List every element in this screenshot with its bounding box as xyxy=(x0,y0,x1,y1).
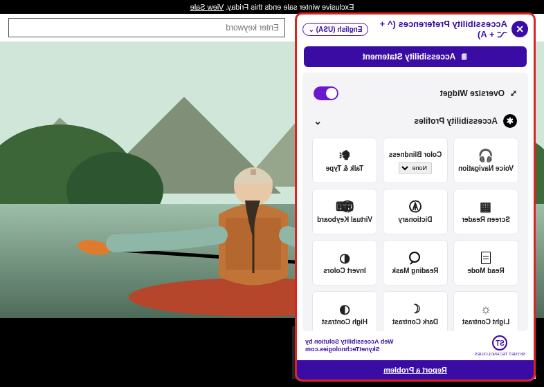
widget-footer-credit: ST SKYNET TECHNOLOGIES Web Accessibility… xyxy=(297,331,534,360)
language-selector[interactable]: English (USA) ⌄ xyxy=(302,23,368,36)
tile-label: Talk & Type xyxy=(326,165,364,172)
vendor-logo: ST SKYNET TECHNOLOGIES xyxy=(475,335,525,356)
color-blindness-select[interactable]: None xyxy=(399,162,432,174)
tile-label: Read Mode xyxy=(467,267,504,274)
talk-type-icon: 🗣 xyxy=(338,149,351,162)
tile-label: Screen Reader xyxy=(462,216,510,223)
tile-label: Invert Colors xyxy=(323,267,366,274)
accessibility-statement-button[interactable]: 🗎 Accessibility Statement xyxy=(304,46,527,67)
tile-dark-contrast[interactable]: ☾Dark Contrast xyxy=(383,291,448,331)
widget-body: ⤡ Oversize Widget ✱ Accessibility Profil… xyxy=(302,73,528,331)
tile-high-contrast[interactable]: ◑High Contrast xyxy=(312,291,377,331)
vendor-credit-text[interactable]: Web Accessibility Solution by SkynetTech… xyxy=(305,338,394,353)
oversize-widget-row: ⤡ Oversize Widget xyxy=(309,80,521,107)
tile-screen-reader[interactable]: ▦Screen Reader xyxy=(453,189,518,234)
virtual-keyboard-icon: ⌨ ⓘ xyxy=(336,200,354,213)
vendor-logo-sub: SKYNET TECHNOLOGIES xyxy=(475,352,525,356)
promo-banner: Exclusive winter sale ends this Friday. … xyxy=(0,0,544,14)
accessibility-icon: ✱ xyxy=(503,114,517,128)
tile-light-contrast[interactable]: ☼Light Contrast xyxy=(453,291,518,331)
oversize-toggle[interactable] xyxy=(314,86,338,100)
profiles-label: Accessibility Profiles xyxy=(414,116,498,126)
profiles-row[interactable]: ✱ Accessibility Profiles ⌄ xyxy=(309,107,521,135)
tile-label: Color Blindness xyxy=(389,151,442,158)
voice-navigation-icon: 🎧 xyxy=(478,149,493,162)
invert-colors-icon: ◐ xyxy=(339,252,350,264)
tile-color-blindness[interactable]: Color BlindnessNone xyxy=(383,138,448,183)
vendor-logo-mark: ST xyxy=(492,335,507,351)
feature-tile-grid: 🎧Voice NavigationColor BlindnessNone🗣Tal… xyxy=(309,135,521,331)
dictionary-icon: Ⓐ ⓘ xyxy=(409,200,421,213)
screen-reader-icon: ▦ xyxy=(480,200,492,213)
widget-header: ✕ Accessibility Preferences (^ + ⌥ + A) … xyxy=(297,15,534,44)
tile-label: High Contrast xyxy=(322,318,368,326)
accessibility-widget: ✕ Accessibility Preferences (^ + ⌥ + A) … xyxy=(295,12,536,382)
search-input[interactable] xyxy=(8,18,285,37)
high-contrast-icon: ◑ xyxy=(339,303,350,315)
reading-mask-icon xyxy=(409,252,421,264)
tile-talk-type[interactable]: 🗣Talk & Type xyxy=(312,138,377,183)
report-problem-link[interactable]: Report a Problem xyxy=(297,360,534,380)
tile-label: Dictionary xyxy=(399,216,433,223)
light-contrast-icon: ☼ xyxy=(480,303,492,315)
promo-cta-link[interactable]: View Sale xyxy=(190,3,224,11)
dark-contrast-icon: ☾ xyxy=(410,303,421,315)
widget-title: Accessibility Preferences (^ + ⌥ + A) xyxy=(372,19,507,39)
tile-label: Dark Contrast xyxy=(392,318,438,326)
tile-label: Reading Mask xyxy=(392,267,438,274)
close-button[interactable]: ✕ xyxy=(511,21,528,37)
tile-label: Virtual Keyboard xyxy=(317,216,372,223)
expand-icon: ⤡ xyxy=(510,88,517,98)
read-mode-icon xyxy=(481,252,491,264)
svg-rect-19 xyxy=(251,169,256,175)
oversize-label: Oversize Widget xyxy=(440,88,505,98)
document-icon: 🗎 xyxy=(460,52,468,62)
tile-voice-navigation[interactable]: 🎧Voice Navigation xyxy=(453,138,518,183)
statement-label: Accessibility Statement xyxy=(363,52,456,62)
chevron-down-icon: ⌄ xyxy=(314,115,322,127)
tile-label: Light Contrast xyxy=(462,318,509,326)
tile-label: Voice Navigation xyxy=(458,165,514,172)
tile-read-mode[interactable]: Read Mode xyxy=(453,240,518,286)
promo-text: Exclusive winter sale ends this Friday. xyxy=(224,3,354,11)
tile-dictionary[interactable]: Ⓐ ⓘDictionary xyxy=(383,189,448,234)
tile-virtual-keyboard[interactable]: ⌨ ⓘVirtual Keyboard xyxy=(312,189,377,234)
tile-invert-colors[interactable]: ◐Invert Colors xyxy=(312,240,377,286)
tile-reading-mask[interactable]: Reading Mask xyxy=(383,240,448,286)
